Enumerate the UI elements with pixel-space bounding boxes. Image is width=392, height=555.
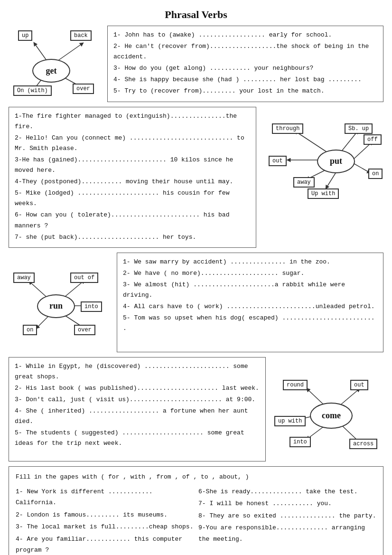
fill-left: 1- New York is different ............ Ca… bbox=[16, 486, 194, 555]
word-out-come: out bbox=[350, 380, 368, 390]
ex4-2: 2- His last book ( was published).......… bbox=[15, 383, 260, 394]
word-on-with: On (with) bbox=[13, 85, 52, 96]
word-through: through bbox=[272, 123, 303, 134]
svg-line-9 bbox=[327, 172, 336, 188]
word-up-with-come: up with bbox=[274, 416, 306, 426]
section1: get up back On (with) over 1- John has t… bbox=[9, 26, 383, 102]
word-across: across bbox=[349, 439, 377, 449]
ex1-3: 3- How do you (get along) ........... yo… bbox=[113, 63, 377, 74]
fill-l4: 4- Are you familiar............ this com… bbox=[16, 534, 194, 555]
get-diagram: get up back On (with) over bbox=[9, 26, 103, 102]
fill-l3: 3- The local market is full.........chea… bbox=[16, 521, 194, 532]
word-up: up bbox=[18, 30, 32, 41]
fill-section: Fill in the gapes with ( for , with , fr… bbox=[9, 466, 383, 555]
word-away: away bbox=[293, 177, 315, 188]
verb-run: run bbox=[37, 294, 75, 318]
fill-r4: 9-You are responsible.............. arra… bbox=[198, 522, 376, 545]
fill-instruction: Fill in the gapes with ( for , with , fr… bbox=[16, 471, 376, 482]
word-over: over bbox=[73, 84, 94, 94]
svg-line-12 bbox=[63, 281, 84, 298]
svg-line-4 bbox=[296, 132, 330, 154]
ex2-1: 1-The fire fighter managed to (extinguis… bbox=[15, 111, 250, 132]
ex3-5: 5- Tom was so upset when his dog( escape… bbox=[123, 313, 377, 334]
section3-exercises: 1- We saw marry by accident) ...........… bbox=[117, 253, 383, 352]
ex1-1: 1- John has to (awake) .................… bbox=[113, 30, 377, 40]
ex4-4: 4- She ( inherited) ................... … bbox=[15, 406, 260, 427]
ex1-4: 4- She is happy because she (had ) .....… bbox=[113, 75, 377, 85]
word-away-run: away bbox=[13, 273, 35, 283]
ex2-3: 3-He has (gained).......................… bbox=[15, 155, 250, 176]
fill-r1: 6-She is ready.............. take the te… bbox=[198, 486, 376, 497]
fill-l1: 1- New York is different ............ Ca… bbox=[16, 486, 194, 508]
run-diagram: run away out of into over on bbox=[9, 253, 113, 352]
word-up-with: Up with bbox=[308, 188, 339, 199]
fill-grid: 1- New York is different ............ Ca… bbox=[16, 486, 376, 555]
word-into-come: into bbox=[289, 437, 311, 447]
ex1-5: 5- Try to (recover from)......... your l… bbox=[113, 86, 377, 96]
fill-r2: 7- I will be honest ........... you. bbox=[198, 498, 376, 509]
ex3-2: 2- We have ( no more)...................… bbox=[123, 268, 377, 279]
ex4-5: 5- The students ( suggested) ...........… bbox=[15, 428, 260, 449]
ex4-1: 1- While in Egypt, he (discovered) .....… bbox=[15, 361, 260, 382]
ex2-2: 2- Hello! Can you (connect me) .........… bbox=[15, 133, 250, 154]
word-out-of: out of bbox=[70, 273, 98, 283]
ex1-2: 2- He can't (recover from)..............… bbox=[113, 41, 377, 62]
ex4-3: 3- Don't call, just ( visit us).........… bbox=[15, 395, 260, 405]
fill-l2: 2- London is famous......... its museums… bbox=[16, 509, 194, 520]
section2-exercises: 1-The fire fighter managed to (extinguis… bbox=[9, 107, 256, 248]
ex3-1: 1- We saw marry by accident) ...........… bbox=[123, 257, 377, 267]
word-over-run: over bbox=[74, 325, 95, 335]
word-on-put: on bbox=[368, 169, 383, 179]
word-sb-up: Sb. up bbox=[345, 123, 373, 134]
svg-line-6 bbox=[353, 142, 372, 160]
section4: 1- While in Egypt, he (discovered) .....… bbox=[9, 357, 383, 461]
section1-exercises: 1- John has to (awake) .................… bbox=[107, 26, 383, 102]
ex2-4: 4-They (postponed)........... moving the… bbox=[15, 177, 250, 187]
word-off: off bbox=[364, 134, 382, 145]
come-diagram: come round out up with into across bbox=[270, 357, 383, 461]
section2: 1-The fire fighter managed to (extinguis… bbox=[9, 107, 383, 248]
ex2-7: 7- she (put back)...................... … bbox=[15, 232, 250, 243]
verb-get: get bbox=[32, 59, 70, 83]
ex2-5: 5- Mike (lodged) ...................... … bbox=[15, 188, 250, 209]
svg-line-10 bbox=[353, 163, 369, 172]
section4-exercises: 1- While in Egypt, he (discovered) .....… bbox=[9, 357, 266, 461]
ex2-6: 6- How can you ( tolerate)..............… bbox=[15, 210, 250, 231]
put-diagram: put through Sb. up off out away Up with … bbox=[260, 107, 383, 211]
ex3-3: 3- We almost (hit) .....................… bbox=[123, 280, 377, 301]
word-into: into bbox=[81, 301, 102, 312]
svg-line-17 bbox=[340, 389, 359, 405]
verb-come: come bbox=[310, 403, 353, 429]
word-back: back bbox=[70, 30, 92, 41]
word-on-run: on bbox=[23, 325, 37, 335]
ex3-4: 4- All cars have to ( work) ............… bbox=[123, 301, 377, 312]
word-round: round bbox=[283, 380, 308, 390]
section3: run away out of into over on 1- We saw m… bbox=[9, 253, 383, 352]
verb-put: put bbox=[317, 150, 355, 173]
page-title: Phrasal Verbs bbox=[9, 9, 383, 21]
fill-r3: 8- They are so exited ............... th… bbox=[198, 510, 376, 521]
fill-right: 6-She is ready.............. take the te… bbox=[198, 486, 376, 555]
word-out: out bbox=[269, 156, 287, 166]
